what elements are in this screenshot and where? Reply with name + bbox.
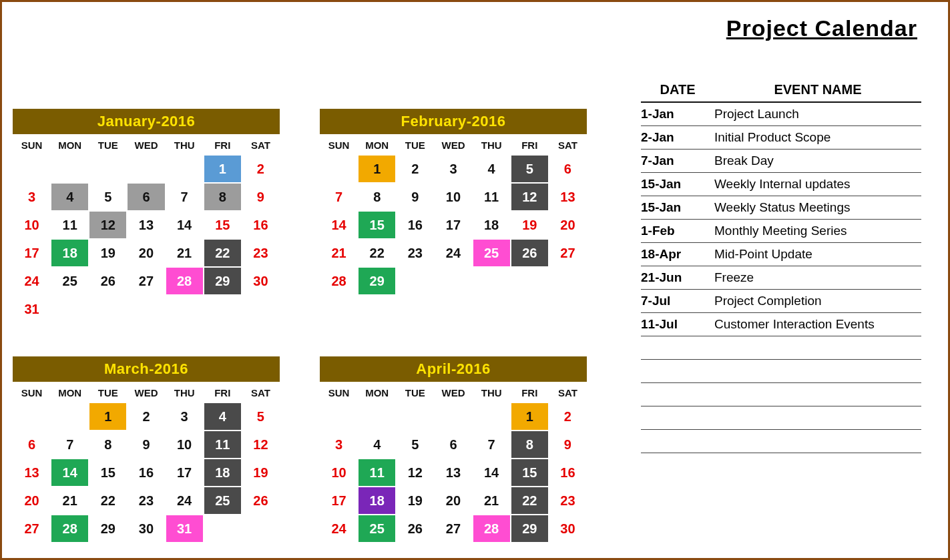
day-cell[interactable]: 19: [511, 212, 548, 238]
day-cell[interactable]: 21: [473, 487, 510, 514]
day-cell[interactable]: 11: [51, 212, 88, 238]
day-cell[interactable]: 5: [242, 403, 279, 430]
day-cell[interactable]: 5: [511, 156, 548, 182]
day-cell[interactable]: 6: [435, 431, 471, 458]
day-cell[interactable]: 11: [359, 459, 395, 486]
day-cell[interactable]: 15: [511, 459, 548, 486]
day-cell[interactable]: 8: [359, 184, 395, 210]
day-cell[interactable]: 27: [435, 515, 471, 542]
day-cell[interactable]: 22: [89, 487, 126, 514]
day-cell[interactable]: 1: [511, 403, 548, 430]
day-cell[interactable]: 17: [435, 212, 471, 238]
day-cell[interactable]: 22: [204, 240, 241, 266]
day-cell[interactable]: 2: [242, 156, 279, 182]
day-cell[interactable]: 6: [549, 156, 586, 182]
day-cell[interactable]: 4: [204, 403, 241, 430]
day-cell[interactable]: 15: [89, 459, 126, 486]
day-cell[interactable]: 15: [359, 212, 395, 238]
day-cell[interactable]: 18: [473, 212, 510, 238]
day-cell[interactable]: 7: [166, 184, 203, 210]
day-cell[interactable]: 4: [51, 184, 88, 210]
day-cell[interactable]: 13: [13, 459, 50, 486]
day-cell[interactable]: 12: [397, 459, 433, 486]
day-cell[interactable]: 31: [13, 296, 50, 322]
day-cell[interactable]: 27: [13, 515, 50, 542]
day-cell[interactable]: 17: [166, 459, 203, 486]
day-cell[interactable]: 24: [13, 268, 50, 294]
day-cell[interactable]: 6: [13, 431, 50, 458]
day-cell[interactable]: 9: [242, 184, 279, 210]
day-cell[interactable]: 21: [320, 240, 357, 266]
day-cell[interactable]: 26: [397, 515, 433, 542]
day-cell[interactable]: 21: [166, 240, 203, 266]
day-cell[interactable]: 28: [51, 515, 88, 542]
day-cell[interactable]: 12: [242, 431, 279, 458]
day-cell[interactable]: 28: [473, 515, 510, 542]
day-cell[interactable]: 22: [511, 487, 548, 514]
day-cell[interactable]: 14: [473, 459, 510, 486]
day-cell[interactable]: 27: [549, 240, 586, 266]
day-cell[interactable]: 20: [549, 212, 586, 238]
day-cell[interactable]: 20: [435, 487, 471, 514]
day-cell[interactable]: 3: [13, 184, 50, 210]
day-cell[interactable]: 24: [435, 240, 471, 266]
day-cell[interactable]: 25: [51, 268, 88, 294]
day-cell[interactable]: 10: [13, 212, 50, 238]
day-cell[interactable]: 19: [242, 459, 279, 486]
day-cell[interactable]: 18: [359, 487, 395, 514]
day-cell[interactable]: 9: [397, 184, 433, 210]
day-cell[interactable]: 28: [320, 268, 357, 294]
day-cell[interactable]: 2: [128, 403, 164, 430]
day-cell[interactable]: 30: [549, 515, 586, 542]
day-cell[interactable]: 17: [13, 240, 50, 266]
day-cell[interactable]: 5: [397, 431, 433, 458]
day-cell[interactable]: 7: [51, 431, 88, 458]
day-cell[interactable]: 12: [89, 212, 126, 238]
day-cell[interactable]: 30: [242, 268, 279, 294]
day-cell[interactable]: 15: [204, 212, 241, 238]
day-cell[interactable]: 1: [204, 156, 241, 182]
day-cell[interactable]: 23: [128, 487, 164, 514]
day-cell[interactable]: 16: [242, 212, 279, 238]
day-cell[interactable]: 16: [128, 459, 164, 486]
day-cell[interactable]: 5: [89, 184, 126, 210]
day-cell[interactable]: 7: [320, 184, 357, 210]
day-cell[interactable]: 3: [166, 403, 203, 430]
day-cell[interactable]: 12: [511, 184, 548, 210]
day-cell[interactable]: 26: [89, 268, 126, 294]
day-cell[interactable]: 7: [473, 431, 510, 458]
day-cell[interactable]: 24: [166, 487, 203, 514]
day-cell[interactable]: 1: [89, 403, 126, 430]
day-cell[interactable]: 23: [549, 487, 586, 514]
day-cell[interactable]: 10: [435, 184, 471, 210]
day-cell[interactable]: 2: [549, 403, 586, 430]
day-cell[interactable]: 10: [320, 459, 357, 486]
day-cell[interactable]: 4: [473, 156, 510, 182]
day-cell[interactable]: 26: [511, 240, 548, 266]
day-cell[interactable]: 20: [13, 487, 50, 514]
day-cell[interactable]: 14: [320, 212, 357, 238]
day-cell[interactable]: 26: [242, 487, 279, 514]
day-cell[interactable]: 13: [435, 459, 471, 486]
day-cell[interactable]: 13: [549, 184, 586, 210]
day-cell[interactable]: 23: [397, 240, 433, 266]
day-cell[interactable]: 28: [166, 268, 203, 294]
day-cell[interactable]: 29: [89, 515, 126, 542]
day-cell[interactable]: 29: [359, 268, 395, 294]
day-cell[interactable]: 21: [51, 487, 88, 514]
day-cell[interactable]: 13: [128, 212, 164, 238]
day-cell[interactable]: 16: [549, 459, 586, 486]
day-cell[interactable]: 1: [359, 156, 395, 182]
day-cell[interactable]: 24: [320, 515, 357, 542]
day-cell[interactable]: 6: [128, 184, 164, 210]
day-cell[interactable]: 8: [511, 431, 548, 458]
day-cell[interactable]: 14: [166, 212, 203, 238]
day-cell[interactable]: 8: [89, 431, 126, 458]
day-cell[interactable]: 9: [549, 431, 586, 458]
day-cell[interactable]: 8: [204, 184, 241, 210]
day-cell[interactable]: 18: [51, 240, 88, 266]
day-cell[interactable]: 31: [166, 515, 203, 542]
day-cell[interactable]: 23: [242, 240, 279, 266]
day-cell[interactable]: 4: [359, 431, 395, 458]
day-cell[interactable]: 25: [204, 487, 241, 514]
